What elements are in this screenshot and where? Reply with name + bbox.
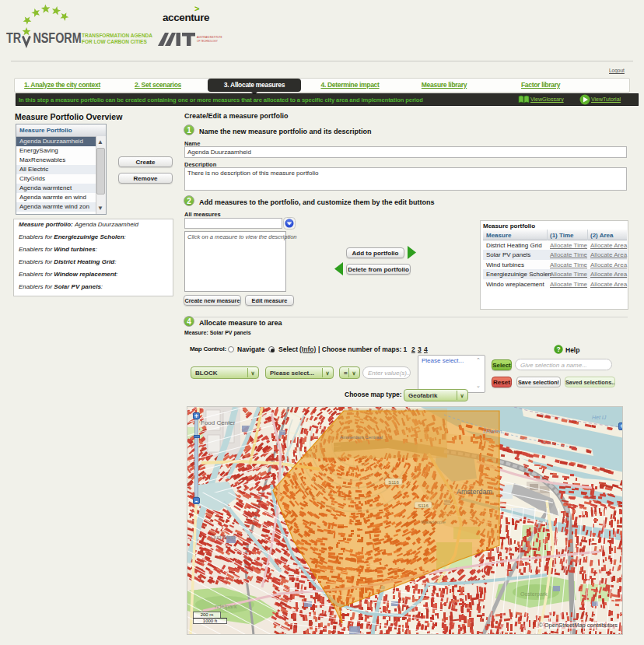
svg-text:Oud-West: Oud-West xyxy=(211,535,235,540)
svg-text:S116: S116 xyxy=(418,503,429,508)
svg-text:Amsterdam: Amsterdam xyxy=(457,488,492,496)
svg-text:AUSTRIAN INSTITUTE: AUSTRIAN INSTITUTE xyxy=(197,36,222,39)
svg-text:S116: S116 xyxy=(388,480,399,485)
svg-text:Het IJ: Het IJ xyxy=(592,415,607,420)
svg-text:ndelpark: ndelpark xyxy=(215,603,237,610)
svg-text:Amsterdam Centraal: Amsterdam Centraal xyxy=(340,435,383,440)
svg-text:?: ? xyxy=(556,345,560,353)
svg-text:FOR LOW CARBON CITIES: FOR LOW CARBON CITIES xyxy=(82,39,147,44)
svg-text:Food Center: Food Center xyxy=(201,419,236,426)
svg-text:TR: TR xyxy=(6,30,21,45)
svg-text:OF TECHNOLOGY: OF TECHNOLOGY xyxy=(197,40,218,43)
svg-text:Oosterpark: Oosterpark xyxy=(520,591,548,598)
svg-text:NSFORM: NSFORM xyxy=(33,30,81,45)
svg-text:IJhaven: IJhaven xyxy=(483,429,502,434)
svg-text:TRANSFORMATION AGENDA: TRANSFORMATION AGENDA xyxy=(82,33,152,38)
svg-text:Waterloople: Waterloople xyxy=(421,520,446,524)
